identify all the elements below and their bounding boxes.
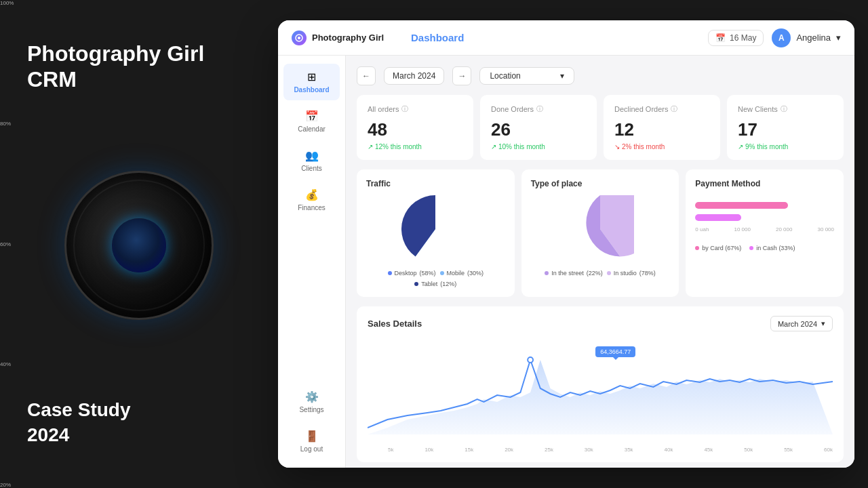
- top-bar: Photography Girl Dashboard 📅 16 May A An…: [278, 20, 854, 56]
- stats-row: All orders ⓘ 48 ↗ 12% this month Done Or…: [357, 95, 844, 160]
- info-icon: ⓘ: [401, 104, 408, 114]
- logo-text: Photography Girl: [312, 33, 384, 43]
- settings-icon: ⚙️: [305, 390, 319, 403]
- mobile-dot: [440, 271, 444, 275]
- top-bar-right: 📅 16 May A Angelina ▾: [708, 28, 841, 47]
- traffic-legend: Desktop (58%) Mobile (30%) Tablet (12%): [366, 270, 505, 287]
- trend-arrow-up-3: ↗: [738, 143, 743, 150]
- sales-tooltip: 64,3664.77: [595, 346, 635, 357]
- declined-orders-trend: 2% this month: [622, 143, 665, 150]
- sidebar-nav: ⊞ Dashboard 📅 Calendar 👥 Clients 💰 Finan…: [278, 64, 345, 218]
- card-dot: [695, 246, 699, 250]
- sidebar-label-dashboard: Dashboard: [294, 86, 329, 94]
- done-orders-value: 26: [491, 119, 586, 140]
- all-orders-trend: 12% this month: [375, 143, 422, 150]
- app-window: Photography Girl Dashboard 📅 16 May A An…: [278, 20, 854, 468]
- sidebar-item-finances[interactable]: 💰 Finances: [283, 182, 340, 218]
- place-title: Type of place: [531, 179, 670, 188]
- tablet-dot: [414, 282, 418, 286]
- traffic-title: Traffic: [366, 179, 505, 188]
- sidebar-label-calendar: Calendar: [298, 125, 326, 133]
- prev-arrow[interactable]: ←: [357, 66, 376, 85]
- svg-point-1: [298, 37, 300, 39]
- sidebar-item-clients[interactable]: 👥 Clients: [283, 142, 340, 179]
- studio-pct: (78%): [639, 270, 656, 277]
- mobile-label: Mobile: [447, 270, 465, 277]
- location-selector[interactable]: Location ▾: [479, 67, 574, 85]
- payment-axis: 0 uah 10 000 20 000 30 000: [695, 226, 834, 232]
- camera-lens-graphic: [64, 171, 214, 320]
- place-chart: Type of place In the street: [521, 169, 679, 297]
- declined-orders-value: 12: [614, 119, 709, 140]
- user-name: Angelina: [796, 33, 831, 43]
- payment-legend: by Card (67%) in Cash (33%): [695, 245, 834, 251]
- street-dot: [545, 271, 549, 275]
- logout-icon: 🚪: [305, 430, 319, 443]
- date-range-text: March 2024: [393, 71, 435, 81]
- sidebar-item-settings[interactable]: ⚙️ Settings: [283, 384, 340, 420]
- sidebar: ⊞ Dashboard 📅 Calendar 👥 Clients 💰 Finan…: [278, 56, 346, 468]
- month-selector[interactable]: March 2024 ▾: [770, 316, 833, 331]
- month-dropdown-icon: ▾: [821, 319, 825, 328]
- calendar-icon: 📅: [715, 33, 726, 43]
- stat-declined-orders: Declined Orders ⓘ 12 ↘ 2% this month: [604, 95, 720, 160]
- filter-bar: ← March 2024 → Location ▾: [357, 66, 844, 85]
- trend-arrow-up-2: ↗: [491, 143, 496, 150]
- studio-label: In studio: [614, 270, 637, 277]
- sidebar-item-dashboard[interactable]: ⊞ Dashboard: [283, 64, 340, 100]
- sales-title: Sales Details: [368, 319, 422, 329]
- sidebar-item-logout[interactable]: 🚪 Log out: [283, 423, 340, 460]
- camera-image: [27, 93, 251, 398]
- place-legend: In the street (22%) In studio (78%): [531, 270, 670, 277]
- trend-arrow-down: ↘: [614, 143, 620, 150]
- street-label: In the street: [551, 270, 584, 277]
- user-badge[interactable]: A Angelina ▾: [772, 28, 841, 47]
- cash-dot: [749, 246, 753, 250]
- cash-bar-row: [695, 214, 834, 221]
- date-range-selector[interactable]: March 2024: [384, 67, 444, 85]
- traffic-pie-svg: [401, 195, 469, 263]
- declined-orders-label: Declined Orders: [614, 105, 668, 113]
- sidebar-label-settings: Settings: [299, 406, 323, 413]
- sidebar-bottom: ⚙️ Settings 🚪 Log out: [278, 384, 345, 460]
- month-selector-text: March 2024: [778, 320, 817, 328]
- stat-new-clients: New Clients ⓘ 17 ↗ 9% this month: [727, 95, 844, 160]
- sales-header: Sales Details March 2024 ▾: [368, 316, 833, 331]
- stat-all-orders: All orders ⓘ 48 ↗ 12% this month: [357, 95, 473, 160]
- logo-area: Photography Girl: [292, 30, 400, 45]
- sales-chart-area: 64,3664.77: [368, 340, 833, 444]
- studio-dot: [607, 271, 611, 275]
- location-text: Location: [490, 71, 520, 81]
- place-pie-svg: [566, 195, 634, 263]
- payment-bars: 0 uah 10 000 20 000 30 000: [695, 195, 834, 239]
- calendar-icon: 📅: [305, 110, 319, 123]
- sidebar-item-calendar[interactable]: 📅 Calendar: [283, 103, 340, 140]
- next-arrow[interactable]: →: [452, 66, 471, 85]
- traffic-chart: Traffic D: [357, 169, 515, 297]
- desktop-dot: [388, 271, 392, 275]
- payment-chart: Payment Method 0 uah 10 000 20 000 30: [686, 169, 844, 297]
- dashboard-icon: ⊞: [307, 70, 316, 83]
- sidebar-label-finances: Finances: [298, 204, 326, 211]
- finances-icon: 💰: [305, 188, 319, 201]
- card-bar: [695, 202, 788, 209]
- sidebar-label-clients: Clients: [301, 165, 322, 172]
- tablet-label: Tablet: [421, 281, 437, 287]
- mobile-pct: (30%): [467, 270, 484, 277]
- done-orders-label: Done Orders: [491, 105, 534, 113]
- place-pie-container: [531, 195, 670, 263]
- traffic-pie-container: [366, 195, 505, 263]
- sidebar-label-logout: Log out: [300, 445, 323, 453]
- card-label: by Card (67%): [702, 245, 741, 251]
- all-orders-value: 48: [368, 119, 462, 140]
- stat-done-orders: Done Orders ⓘ 26 ↗ 10% this month: [480, 95, 597, 160]
- payment-title: Payment Method: [695, 179, 834, 188]
- all-orders-label: All orders: [368, 105, 399, 113]
- trend-arrow-up: ↗: [368, 143, 373, 150]
- desktop-label: Desktop: [395, 270, 417, 277]
- date-badge: 📅 16 May: [708, 30, 764, 46]
- clients-icon: 👥: [305, 149, 319, 162]
- case-study-text: Case Study 2024: [27, 398, 251, 447]
- sales-chart-wrapper: 100% 80% 60% 40% 20% 64,3664.77: [368, 340, 833, 444]
- new-clients-label: New Clients: [738, 105, 778, 113]
